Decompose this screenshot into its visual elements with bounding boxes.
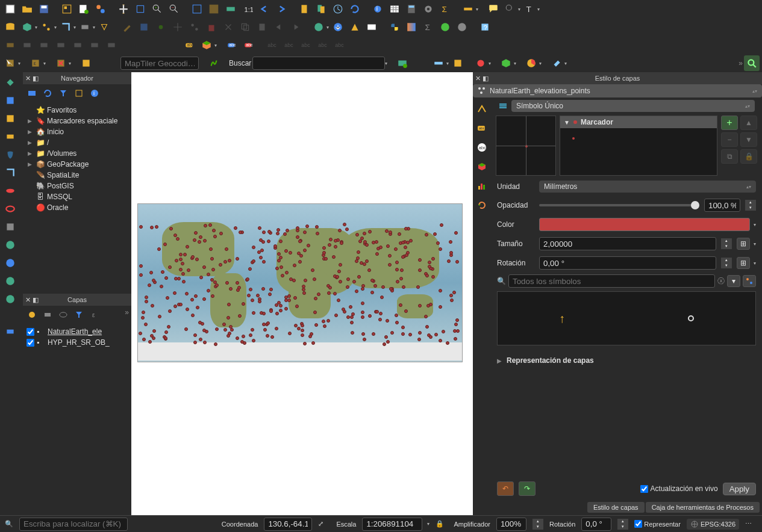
help-icon[interactable]: ?: [477, 19, 493, 35]
layers-list[interactable]: ▪NaturalEarth_ele▪HYP_HR_SR_OB_: [23, 324, 131, 515]
messages-icon[interactable]: ⋯: [745, 520, 757, 528]
zoom-native-icon[interactable]: 1:1: [240, 1, 255, 17]
label-tool-7-icon[interactable]: [104, 37, 119, 53]
size-input[interactable]: [539, 237, 716, 250]
zoom-last-icon[interactable]: [257, 1, 272, 17]
measure-icon[interactable]: [460, 1, 476, 17]
label-tool-1-icon[interactable]: [2, 37, 18, 53]
new-layout-icon[interactable]: [76, 1, 92, 17]
nav-refresh-icon[interactable]: [41, 87, 54, 100]
add-spatialite-icon[interactable]: [1, 165, 19, 181]
add-raster-icon[interactable]: [1, 93, 19, 108]
labels-abc-icon[interactable]: abc: [474, 120, 490, 136]
tab-style[interactable]: Estilo de capas: [587, 502, 645, 513]
scale-input[interactable]: [362, 518, 422, 531]
add-pg-icon[interactable]: [1, 147, 19, 162]
undock-layers-icon[interactable]: ◧: [33, 296, 39, 304]
nav-item-spatialite[interactable]: 🪶SpatiaLite: [25, 170, 129, 181]
maptiler-icon[interactable]: [206, 55, 222, 71]
new-bookmark-icon[interactable]: [296, 1, 312, 17]
nav-item-marcadoresespaciale[interactable]: ▶🔖Marcadores espaciale: [25, 116, 129, 126]
nav-item-inicio[interactable]: ▶🏠Inicio: [25, 126, 129, 137]
layer-style-icon[interactable]: [25, 308, 39, 321]
remove-symbol-layer-button[interactable]: −: [721, 132, 738, 147]
text-annotation-icon[interactable]: T: [522, 1, 537, 17]
mag-input[interactable]: [496, 518, 526, 531]
cut-icon[interactable]: [220, 19, 236, 35]
raster-toolbar-1-icon[interactable]: [431, 55, 446, 71]
delete-selected-icon[interactable]: [204, 19, 219, 35]
node-tool-icon[interactable]: [187, 19, 202, 35]
add-wfs-icon[interactable]: [1, 291, 19, 307]
style-manager-icon[interactable]: [93, 1, 108, 17]
opacity-slider[interactable]: [539, 204, 699, 206]
eraser-icon[interactable]: [549, 55, 564, 71]
move-feature-icon[interactable]: [170, 19, 186, 35]
data-source-icon[interactable]: [2, 19, 18, 35]
nav-item-oracle[interactable]: 🔴Oracle: [25, 202, 129, 213]
duplicate-button[interactable]: ⧉: [721, 149, 738, 164]
toolbox-icon[interactable]: [420, 1, 436, 17]
map-canvas[interactable]: [131, 72, 473, 515]
render-checkbox[interactable]: [634, 520, 642, 528]
rot-input[interactable]: [581, 518, 611, 531]
new-memory-icon[interactable]: [77, 19, 93, 35]
layer-add-group-icon[interactable]: [41, 308, 54, 321]
nav-props-icon[interactable]: i: [88, 87, 101, 100]
search-input[interactable]: [252, 57, 385, 70]
opacity-input[interactable]: [704, 199, 740, 212]
layer-visibility-icon[interactable]: [57, 308, 70, 321]
layer-label-icon[interactable]: abc: [182, 37, 198, 53]
refresh-icon[interactable]: [347, 1, 363, 17]
coord-toggle-icon[interactable]: ⤢: [318, 520, 330, 528]
bookmarks-icon[interactable]: [313, 1, 329, 17]
stats-icon[interactable]: Σ: [437, 1, 453, 17]
zoom-out-icon[interactable]: −: [166, 1, 182, 17]
nav-item-[interactable]: ▶📁/: [25, 137, 129, 148]
save-icon[interactable]: [36, 1, 52, 17]
add-feature-icon[interactable]: [153, 19, 169, 35]
diagrams-icon[interactable]: [474, 178, 490, 194]
coords-icon[interactable]: [364, 19, 379, 35]
nav-collapse-icon[interactable]: [72, 87, 86, 100]
pan-selection-icon[interactable]: [133, 1, 148, 17]
color-picker[interactable]: [539, 218, 750, 231]
show-label-icon[interactable]: abc: [264, 37, 280, 53]
geocode-input[interactable]: [120, 57, 199, 70]
close-panel-icon[interactable]: ✕: [25, 75, 31, 82]
locator-search-icon[interactable]: [744, 55, 760, 71]
navigator-tree[interactable]: ⭐Favoritos▶🔖Marcadores espaciale▶🏠Inicio…: [23, 102, 131, 294]
coord-input[interactable]: [264, 518, 312, 531]
copy-icon[interactable]: [237, 19, 253, 35]
attr-table-icon[interactable]: [387, 1, 402, 17]
nav-item-geopackage[interactable]: ▶📦GeoPackage: [25, 159, 129, 170]
open-folder-icon[interactable]: [19, 1, 35, 17]
label-tool-2-icon[interactable]: [19, 37, 35, 53]
paste-icon[interactable]: [254, 19, 270, 35]
osm-icon[interactable]: [311, 19, 326, 35]
new-geopackage-icon[interactable]: [19, 19, 35, 35]
sigma-icon[interactable]: Σ: [420, 19, 436, 35]
symbol-search-input[interactable]: [508, 274, 715, 288]
zoom-next-icon[interactable]: [273, 1, 289, 17]
masks-abc-icon[interactable]: abc: [474, 140, 490, 155]
raster-toolbar-2-icon[interactable]: [450, 55, 466, 71]
label-tool-5-icon[interactable]: [70, 37, 86, 53]
rotate-label-icon[interactable]: abc: [298, 37, 313, 53]
edit-pencil-icon[interactable]: [119, 19, 135, 35]
add-virtual-icon[interactable]: [1, 219, 19, 235]
nav-item-postgis[interactable]: 🐘PostGIS: [25, 181, 129, 191]
zoom-layer-icon[interactable]: [223, 1, 239, 17]
rotation-input[interactable]: [539, 256, 716, 270]
symbol-gallery[interactable]: ↑: [497, 291, 756, 345]
move-label-icon[interactable]: abc: [281, 37, 296, 53]
highlight-label-icon[interactable]: abc: [224, 37, 240, 53]
locator-input[interactable]: [19, 518, 128, 531]
add-mesh-icon[interactable]: [1, 111, 19, 126]
crs-button[interactable]: EPSG:4326: [687, 519, 739, 530]
nav-filter-icon[interactable]: [57, 87, 70, 100]
blue-rect-icon[interactable]: [1, 324, 19, 339]
new-spatialite-icon[interactable]: [58, 19, 73, 35]
add-xyz-icon[interactable]: [1, 255, 19, 271]
layer-diagram-icon[interactable]: [199, 37, 214, 53]
